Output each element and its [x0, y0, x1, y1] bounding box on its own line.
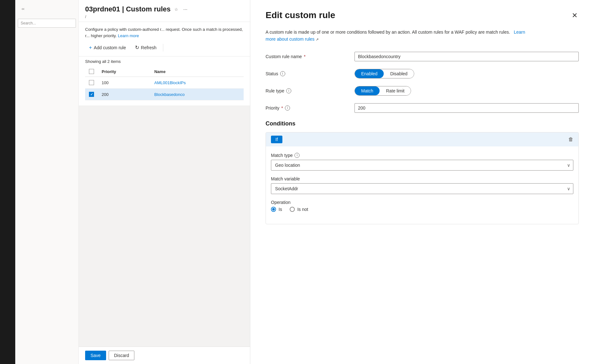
match-type-field: Match type i Geo location ∨ — [271, 153, 573, 171]
delete-icon: 🗑 — [568, 137, 573, 142]
page-header: 03prdne01 | Custom rules ☆ ⋯ / — [79, 0, 250, 22]
status-disabled-button[interactable]: Disabled — [384, 69, 414, 78]
match-variable-label: Match variable — [271, 176, 300, 181]
match-type-label: Match type — [271, 153, 293, 158]
page-title: 03prdne01 | Custom rules — [85, 5, 171, 13]
nav-search-placeholder: Search... — [21, 21, 36, 25]
conditions-section: Conditions If 🗑 Match type i — [266, 120, 579, 224]
empty-state-area — [79, 105, 250, 347]
match-type-dropdown-container: Geo location ∨ — [271, 160, 573, 171]
drawer-description: A custom rule is made up of one or more … — [266, 29, 526, 43]
delete-condition-button[interactable]: 🗑 — [568, 137, 573, 142]
edit-custom-rule-drawer: Edit custom rule ✕ A custom rule is made… — [250, 0, 594, 364]
operation-label: Operation — [271, 200, 290, 205]
breadcrumb: / — [85, 15, 244, 19]
toolbar-divider — [163, 44, 163, 51]
operation-is-radio[interactable] — [271, 207, 276, 212]
status-row: Status i Enabled Disabled — [266, 69, 579, 78]
status-enabled-button[interactable]: Enabled — [355, 69, 384, 78]
match-type-dropdown[interactable]: Geo location — [271, 160, 573, 171]
refresh-icon: ↻ — [135, 44, 139, 51]
condition-body: Match type i Geo location ∨ — [266, 146, 578, 224]
showing-items-text: Showing all 2 items — [79, 57, 250, 66]
if-badge: If — [271, 136, 282, 143]
status-info-icon[interactable]: i — [280, 71, 285, 76]
save-button[interactable]: Save — [85, 351, 106, 360]
operation-is-not-option[interactable]: Is not — [290, 207, 308, 212]
custom-rule-name-label: Custom rule name — [266, 54, 302, 59]
table-row[interactable]: 200 Blockbasedonco — [85, 89, 244, 100]
custom-rule-name-row: Custom rule name * — [266, 52, 579, 61]
priority-required: * — [281, 105, 283, 111]
priority-row: Priority * i — [266, 103, 579, 113]
add-custom-rule-button[interactable]: + Add custom rule — [85, 43, 130, 52]
drawer-header: Edit custom rule ✕ — [266, 10, 579, 21]
page-description: Configure a policy with custom-authored … — [85, 26, 244, 39]
status-toggle-group: Enabled Disabled — [354, 69, 414, 78]
rule-type-toggle-group: Match Rate limit — [354, 86, 411, 96]
discard-button[interactable]: Discard — [109, 351, 134, 360]
chevron-left-icon: ‹‹ — [22, 6, 24, 11]
operation-is-option[interactable]: Is — [271, 207, 282, 212]
collapse-nav-button[interactable]: ‹‹ — [20, 5, 26, 12]
rule-type-match-button[interactable]: Match — [355, 86, 380, 95]
row-2-name[interactable]: Blockbasedonco — [154, 92, 185, 97]
custom-rules-table: Priority Name 100 AML001BlockIPs — [85, 66, 244, 100]
refresh-button[interactable]: ↻ Refresh — [131, 43, 160, 52]
operation-radio-group: Is Is not — [271, 207, 573, 212]
conditions-title: Conditions — [266, 120, 579, 127]
favorite-button[interactable]: ☆ — [173, 6, 179, 13]
row-1-name[interactable]: AML001BlockIPs — [154, 80, 186, 85]
close-drawer-button[interactable]: ✕ — [570, 10, 579, 21]
more-options-button[interactable]: ⋯ — [182, 6, 189, 13]
rule-type-label: Rule type — [266, 88, 284, 93]
row-1-priority: 100 — [98, 77, 151, 89]
learn-more-link[interactable]: Learn more — [118, 33, 139, 38]
custom-rule-name-input[interactable] — [354, 52, 579, 61]
rule-type-row: Rule type i Match Rate limit — [266, 86, 579, 96]
ellipsis-icon: ⋯ — [183, 7, 187, 12]
star-icon: ☆ — [174, 7, 178, 12]
priority-input[interactable] — [354, 103, 579, 113]
operation-is-not-radio[interactable] — [290, 207, 295, 212]
table-row[interactable]: 100 AML001BlockIPs — [85, 77, 244, 89]
priority-label: Priority — [266, 105, 280, 111]
bottom-toolbar: Save Discard — [79, 347, 250, 364]
select-all-checkbox[interactable] — [89, 69, 94, 74]
condition-card: If 🗑 Match type i Geo loc — [266, 132, 579, 224]
custom-rule-name-required: * — [304, 54, 305, 59]
row-2-priority: 200 — [98, 89, 151, 100]
drawer-title: Edit custom rule — [266, 10, 335, 20]
toolbar: + Add custom rule ↻ Refresh — [79, 39, 250, 57]
match-variable-field: Match variable SocketAddr ∨ — [271, 176, 573, 194]
row-1-checkbox[interactable] — [89, 80, 94, 85]
close-icon: ✕ — [572, 11, 577, 20]
operation-is-label: Is — [279, 207, 282, 212]
name-column-header: Name — [151, 66, 244, 77]
rule-type-info-icon[interactable]: i — [286, 88, 291, 93]
nav-panel: ‹‹ Search... — [15, 0, 79, 364]
operation-is-not-label: Is not — [297, 207, 308, 212]
match-type-info-icon[interactable]: i — [294, 153, 300, 158]
match-variable-dropdown-container: SocketAddr ∨ — [271, 183, 573, 194]
row-2-checkbox[interactable] — [89, 92, 94, 97]
status-label: Status — [266, 71, 278, 76]
match-variable-dropdown[interactable]: SocketAddr — [271, 183, 573, 194]
plus-icon: + — [89, 45, 92, 51]
dark-sidebar — [0, 0, 15, 364]
condition-header: If 🗑 — [266, 132, 578, 146]
priority-info-icon[interactable]: i — [285, 105, 290, 111]
priority-column-header: Priority — [98, 66, 151, 77]
custom-rules-table-container: Priority Name 100 AML001BlockIPs — [79, 66, 250, 100]
operation-field: Operation Is Is not — [271, 200, 573, 212]
external-link-icon: ↗ — [316, 37, 319, 41]
rule-type-rate-limit-button[interactable]: Rate limit — [380, 86, 411, 95]
